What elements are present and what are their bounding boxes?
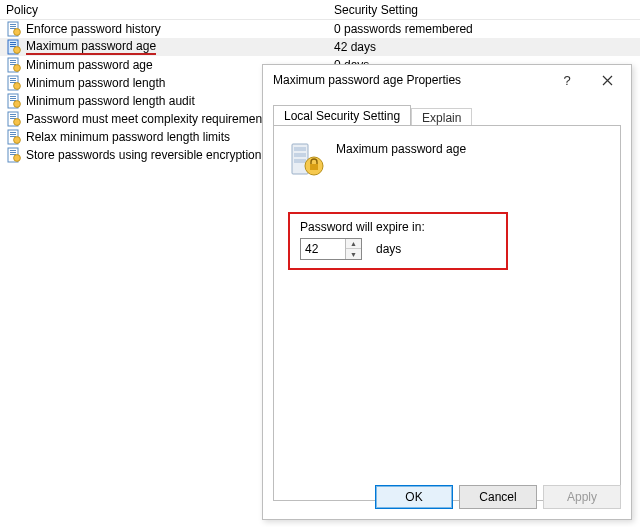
svg-point-24 (14, 101, 21, 108)
spinner-arrows: ▲ ▼ (345, 239, 361, 259)
policy-name: Maximum password age (26, 39, 330, 55)
svg-rect-45 (310, 164, 318, 170)
spinner-up-button[interactable]: ▲ (346, 239, 361, 249)
policy-icon (6, 21, 22, 37)
dialog-title: Maximum password age Properties (273, 73, 547, 87)
svg-point-19 (14, 83, 21, 90)
column-header-policy[interactable]: Policy (0, 3, 330, 17)
svg-rect-1 (10, 24, 16, 25)
svg-rect-16 (10, 78, 16, 79)
ok-button[interactable]: OK (375, 485, 453, 509)
dialog-body: Local Security Setting Explain Maximum (263, 95, 631, 501)
policy-row-selected[interactable]: Maximum password age 42 days (0, 38, 640, 56)
svg-rect-43 (294, 159, 306, 163)
svg-point-14 (14, 65, 21, 72)
policy-list-header: Policy Security Setting (0, 0, 640, 20)
svg-rect-36 (10, 150, 16, 151)
dialog-policy-name: Maximum password age (336, 140, 466, 156)
policy-icon (6, 111, 22, 127)
policy-value: 0 passwords remembered (330, 22, 640, 36)
svg-rect-37 (10, 152, 16, 153)
svg-rect-12 (10, 62, 16, 63)
policy-value: 42 days (330, 40, 640, 54)
svg-point-39 (14, 155, 21, 162)
svg-rect-31 (10, 132, 16, 133)
svg-rect-17 (10, 80, 16, 81)
cancel-button[interactable]: Cancel (459, 485, 537, 509)
expire-label: Password will expire in: (300, 220, 496, 234)
close-icon (602, 75, 613, 86)
svg-point-29 (14, 119, 21, 126)
expire-spinner[interactable]: ▲ ▼ (300, 238, 362, 260)
spinner-down-button[interactable]: ▼ (346, 249, 361, 259)
tab-panel: Maximum password age Password will expir… (273, 125, 621, 501)
help-button[interactable]: ? (547, 66, 587, 94)
policy-row[interactable]: Enforce password history 0 passwords rem… (0, 20, 640, 38)
policy-name: Enforce password history (26, 22, 330, 36)
svg-rect-2 (10, 26, 16, 27)
svg-rect-21 (10, 96, 16, 97)
highlight-box: Password will expire in: ▲ ▼ days (288, 212, 508, 270)
panel-heading-row: Maximum password age (288, 140, 606, 180)
svg-rect-6 (10, 42, 16, 43)
apply-button: Apply (543, 485, 621, 509)
policy-icon (6, 39, 22, 55)
svg-rect-41 (294, 147, 306, 151)
policy-icon (6, 57, 22, 73)
svg-rect-32 (10, 134, 16, 135)
tab-strip: Local Security Setting Explain (273, 101, 621, 125)
svg-point-34 (14, 137, 21, 144)
svg-rect-27 (10, 116, 16, 117)
svg-rect-42 (294, 153, 306, 157)
svg-rect-7 (10, 44, 16, 45)
server-security-icon (290, 140, 324, 180)
expire-spinner-row: ▲ ▼ days (300, 238, 496, 260)
expire-unit: days (376, 242, 401, 256)
svg-rect-22 (10, 98, 16, 99)
dialog-titlebar[interactable]: Maximum password age Properties ? (263, 65, 631, 95)
properties-dialog: Maximum password age Properties ? Local … (262, 64, 632, 520)
policy-icon (6, 147, 22, 163)
dialog-button-row: OK Cancel Apply (375, 485, 621, 509)
svg-rect-11 (10, 60, 16, 61)
policy-icon (6, 75, 22, 91)
policy-icon (6, 93, 22, 109)
column-header-setting[interactable]: Security Setting (330, 3, 640, 17)
policy-icon (6, 129, 22, 145)
expire-input[interactable] (301, 239, 345, 259)
svg-rect-26 (10, 114, 16, 115)
tab-local-security-setting[interactable]: Local Security Setting (273, 105, 411, 126)
svg-point-9 (14, 47, 21, 54)
svg-point-4 (14, 29, 21, 36)
close-button[interactable] (587, 66, 627, 94)
